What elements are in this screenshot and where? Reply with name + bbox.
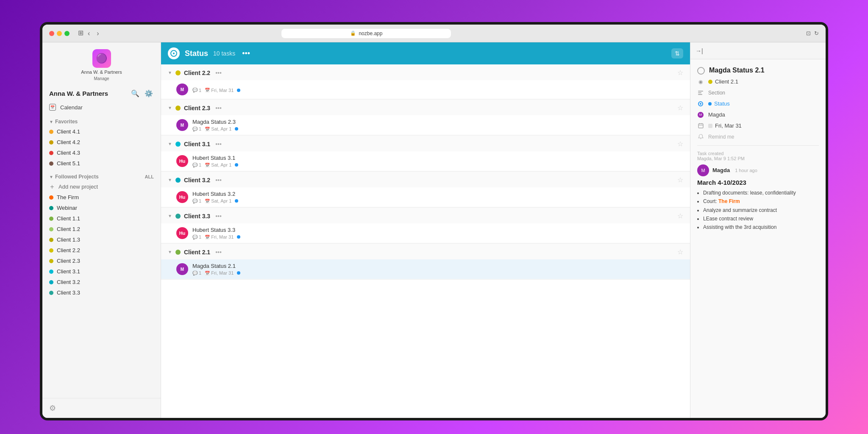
avatar: Hu	[176, 191, 188, 203]
followed-all-button[interactable]: ALL	[145, 174, 154, 179]
project-field[interactable]: ◉ Client 2.1	[697, 78, 819, 85]
sidebar-item-client33[interactable]: Client 3.3	[42, 287, 161, 298]
sidebar-item-webinar[interactable]: Webinar	[42, 203, 161, 213]
star-button[interactable]: ☆	[677, 140, 683, 148]
settings-button[interactable]: ⚙️	[144, 89, 154, 98]
favorites-header: ▼ Favorites	[42, 114, 161, 126]
client-more-button[interactable]: •••	[215, 177, 222, 184]
client-more-button[interactable]: •••	[215, 249, 222, 256]
calendar-icon: 📅	[205, 199, 210, 203]
refresh-icon[interactable]: ↻	[814, 30, 819, 36]
table-row[interactable]: Hu Hubert Status 3.3 💬 1 📅	[161, 223, 690, 243]
project-label: Webinar	[57, 205, 77, 211]
sidebar-item-client32[interactable]: Client 3.2	[42, 277, 161, 287]
sidebar-item-client43[interactable]: Client 4.3	[42, 147, 161, 158]
comment-icon: 💬	[192, 127, 198, 131]
sidebar-item-client42[interactable]: Client 4.2	[42, 137, 161, 147]
comment-count: 💬 1	[192, 126, 201, 131]
table-row[interactable]: M Magda Status 2.3 💬 1	[161, 115, 690, 135]
due-date: 📅 Fri, Mar 31	[205, 270, 234, 275]
client-more-button[interactable]: •••	[215, 105, 222, 111]
add-project-button[interactable]: + Add new project	[42, 181, 161, 192]
minimize-button[interactable]	[57, 31, 62, 36]
maximize-button[interactable]	[64, 31, 70, 36]
task-meta: 💬 1 📅 Fri, Mar 31	[192, 270, 683, 275]
address-bar[interactable]: 🔒 nozbe.app	[281, 29, 451, 38]
calendar-icon: 📅	[205, 235, 210, 239]
project-dot	[49, 280, 53, 284]
bottom-settings-icon[interactable]: ⚙	[49, 404, 56, 412]
project-label: Client 3.2	[57, 279, 80, 285]
assignee-field[interactable]: M Magda	[697, 111, 819, 118]
sidebar-item-client31[interactable]: Client 3.1	[42, 266, 161, 277]
sort-button[interactable]: ⇅	[671, 48, 683, 58]
status-field[interactable]: Status	[697, 100, 819, 107]
sidebar-item-thefirm[interactable]: The Firm	[42, 192, 161, 203]
project-label: Client 3.3	[57, 289, 80, 296]
comment-avatar: M	[697, 164, 709, 176]
project-label: The Firm	[57, 194, 79, 200]
bell-icon	[697, 134, 704, 140]
panel-more-button[interactable]: •••	[242, 49, 250, 58]
comment-count: 💬 1	[192, 162, 201, 167]
back-button[interactable]: ‹	[85, 29, 92, 38]
firm-link: The Firm	[718, 198, 740, 204]
client-more-button[interactable]: •••	[215, 213, 222, 220]
project-dot	[49, 140, 53, 145]
extensions-icon[interactable]: ⊡	[806, 30, 811, 36]
sidebar-item-client12[interactable]: Client 1.2	[42, 224, 161, 234]
sidebar-item-client23[interactable]: Client 2.3	[42, 256, 161, 266]
sidebar-item-client41[interactable]: Client 4.1	[42, 126, 161, 137]
comment-header: M Magda 1 hour ago	[697, 164, 819, 176]
sidebar-item-client51[interactable]: Client 5.1	[42, 158, 161, 169]
section-field[interactable]: Section	[697, 89, 819, 96]
table-row[interactable]: M 💬 1 📅	[161, 80, 690, 99]
calendar-label: Calendar	[60, 104, 83, 111]
task-created-value: Magda, Mar 9 1:52 PM	[697, 156, 819, 161]
sidebar-item-calendar[interactable]: 📅 Calendar	[42, 101, 161, 114]
star-button[interactable]: ☆	[677, 69, 683, 77]
client-group-header[interactable]: ▼ Client 2.3 ••• ☆	[161, 100, 690, 115]
project-label: Client 1.1	[57, 215, 80, 222]
manage-button[interactable]: Manage	[94, 76, 109, 81]
star-button[interactable]: ☆	[677, 212, 683, 220]
task-created: Task created Magda, Mar 9 1:52 PM	[690, 151, 826, 164]
star-button[interactable]: ☆	[677, 104, 683, 112]
divider	[697, 145, 819, 146]
search-button[interactable]: 🔍	[130, 89, 140, 98]
table-row[interactable]: Hu Hubert Status 3.2 💬 1 📅	[161, 187, 690, 207]
star-button[interactable]: ☆	[677, 176, 683, 184]
client-group-32: ▼ Client 3.2 ••• ☆ Hu Hubert Status 3.2	[161, 172, 690, 208]
client-group-header[interactable]: ▼ Client 2.1 ••• ☆	[161, 244, 690, 259]
task-info: 💬 1 📅 Fri, Mar 31	[192, 86, 683, 93]
sidebar-item-client11[interactable]: Client 1.1	[42, 213, 161, 224]
avatar[interactable]: 🟣	[92, 49, 111, 68]
expand-button[interactable]: →|	[696, 47, 703, 54]
close-button[interactable]	[49, 31, 54, 36]
task-checkbox[interactable]	[697, 67, 705, 75]
star-button[interactable]: ☆	[677, 248, 683, 256]
client-more-button[interactable]: •••	[215, 141, 222, 147]
client-more-button[interactable]: •••	[215, 70, 222, 76]
status-indicator	[237, 89, 240, 92]
collapse-arrow-icon: ▼	[168, 70, 172, 75]
table-row[interactable]: Hu Hubert Status 3.1 💬 1 📅	[161, 151, 690, 171]
project-dot	[49, 270, 53, 274]
project-color-dot	[708, 80, 712, 84]
remind-me-field[interactable]: Remind me	[697, 134, 819, 140]
sidebar-toggle-icon[interactable]: ⊞	[78, 29, 83, 38]
sidebar-actions: 🔍 ⚙️	[130, 89, 154, 98]
client-group-header[interactable]: ▼ Client 3.3 ••• ☆	[161, 208, 690, 223]
sidebar-item-client13[interactable]: Client 1.3	[42, 234, 161, 245]
sidebar-item-client22[interactable]: Client 2.2	[42, 245, 161, 256]
status-indicator	[235, 127, 238, 131]
client-group-header[interactable]: ▼ Client 3.2 ••• ☆	[161, 172, 690, 187]
table-row[interactable]: M Magda Status 2.1 💬 1	[161, 259, 690, 279]
client-dot	[175, 70, 181, 75]
comment-icon: 💬	[192, 271, 198, 275]
client-group-header[interactable]: ▼ Client 2.2 ••• ☆	[161, 64, 690, 80]
plus-icon: +	[49, 184, 55, 190]
client-group-header[interactable]: ▼ Client 3.1 ••• ☆	[161, 136, 690, 151]
forward-button[interactable]: ›	[94, 29, 101, 38]
due-date-field[interactable]: Fri, Mar 31	[697, 122, 819, 129]
